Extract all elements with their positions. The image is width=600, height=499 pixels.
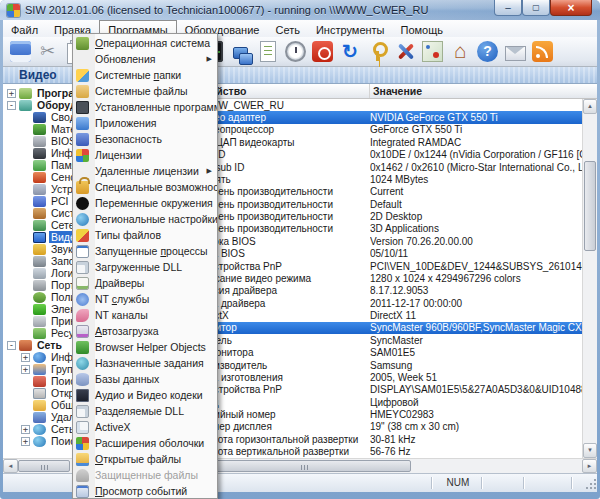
table-row[interactable]: Модель SyncMaster — [178, 334, 582, 346]
table-row[interactable]: PCI sub ID 0x1462 / 0x2610 (Micro-Star I… — [178, 161, 582, 173]
table-row[interactable]: Дата драйвера 2011-12-17 00:00:00 — [178, 297, 582, 309]
menu-item[interactable]: Переменные окружения ▶ — [73, 195, 217, 211]
expand-toggle-icon[interactable]: + — [21, 425, 30, 434]
vertical-scroll-thumb[interactable] — [584, 161, 596, 251]
menu-item[interactable]: ActiveX ▶ — [73, 419, 217, 435]
toolbar-button[interactable] — [36, 40, 60, 64]
scroll-up-icon[interactable]: ▲ — [583, 99, 597, 114]
table-row[interactable]: Описание видео режима 1280 x 1024 x 4294… — [178, 272, 582, 284]
table-row[interactable]: Уровень производительности Current — [178, 186, 582, 198]
toolbar-button[interactable] — [283, 40, 307, 64]
table-row[interactable]: ID монитора SAM01E5 — [178, 347, 582, 359]
toolbar-button[interactable] — [476, 40, 500, 64]
table-row[interactable]: Видео адаптер NVIDIA GeForce GTX 550 Ti — [178, 111, 582, 123]
column-header-value[interactable]: Значение — [370, 84, 597, 98]
table-row[interactable]: ID устройства PnP DISPLAY\SAM01E5\5&27A0… — [178, 384, 582, 396]
toolbar-button[interactable] — [311, 40, 335, 64]
toolbar-button[interactable] — [338, 40, 362, 64]
table-row[interactable]: Дата BIOS 05/10/11 — [178, 248, 582, 260]
menubar-item[interactable]: Сеть — [267, 20, 307, 37]
table-row[interactable]: Производитель Samsung — [178, 359, 582, 371]
table-row[interactable]: Частота вертикальной развертки 56-76 Hz — [178, 446, 582, 458]
scroll-right-icon[interactable]: ► — [582, 459, 597, 473]
expand-toggle-icon[interactable]: - — [7, 341, 16, 350]
table-row[interactable]: DirectX DirectX 11 — [178, 309, 582, 321]
table-row[interactable]: Строка BIOS Version 70.26.20.00.00 — [178, 235, 582, 247]
menu-item[interactable]: Загруженные DLL ▶ — [73, 259, 217, 275]
menu-item[interactable]: Системные папки ▶ — [73, 67, 217, 83]
menu-item[interactable]: Безопасность ▶ — [73, 131, 217, 147]
menu-item[interactable]: Защищенные файлы ▶ — [73, 467, 217, 483]
scroll-down-icon[interactable]: ▼ — [583, 443, 597, 458]
toolbar-button[interactable] — [8, 40, 32, 64]
menu-item[interactable]: Запущенные процессы ▶ — [73, 243, 217, 259]
menu-item[interactable]: Системные файлы ▶ — [73, 83, 217, 99]
toolbar-button[interactable] — [228, 40, 252, 64]
maximize-button[interactable] — [522, 0, 550, 16]
resize-grip[interactable] — [584, 479, 596, 491]
table-row[interactable]: \\WWW_CWER_RU — [178, 99, 582, 111]
menu-item[interactable]: Лицензии ▶ — [73, 147, 217, 163]
menubar-item[interactable]: Файл — [3, 20, 46, 37]
close-button[interactable] — [550, 0, 592, 16]
toolbar-button[interactable] — [531, 40, 555, 64]
table-row[interactable]: Частота горизонтальной развертки 30-81 k… — [178, 433, 582, 445]
expand-toggle-icon[interactable]: + — [21, 437, 30, 446]
toolbar-button[interactable] — [448, 40, 472, 64]
expand-toggle-icon[interactable]: + — [21, 365, 30, 374]
expand-toggle-icon[interactable]: + — [7, 89, 16, 98]
table-scroll-thumb[interactable] — [196, 460, 411, 472]
menu-item[interactable]: Типы файлов ▶ — [73, 227, 217, 243]
menu-item[interactable]: Обновления ▶ — [73, 51, 217, 67]
minimize-button[interactable] — [494, 0, 522, 16]
menu-item[interactable]: NT службы ▶ — [73, 291, 217, 307]
expand-toggle-icon[interactable]: + — [21, 353, 30, 362]
menu-item[interactable]: Просмотр событий ▶ — [73, 483, 217, 499]
table-row[interactable]: Тип ЦАП видеокарты Integrated RAMDAC — [178, 136, 582, 148]
table-row[interactable]: Размер дисплея 19" (38 cm x 30 cm) — [178, 421, 582, 433]
menu-item[interactable]: Установленные программы ▶ — [73, 99, 217, 115]
menubar-item[interactable]: Инструменты — [308, 20, 393, 37]
menu-item[interactable]: Региональные настройки ▶ — [73, 211, 217, 227]
menu-item[interactable]: NT каналы ▶ — [73, 307, 217, 323]
toolbar-button[interactable] — [256, 40, 280, 64]
menu-item[interactable]: Удаленные лицензии ▶ — [73, 163, 217, 179]
menu-item-icon — [76, 53, 89, 66]
table-row[interactable]: Видеопроцессор GeForce GTX 550 Ti — [178, 124, 582, 136]
expand-toggle-icon[interactable]: - — [7, 101, 16, 110]
menu-item[interactable]: Приложения ▶ — [73, 115, 217, 131]
menu-item[interactable]: Browser Helper Objects ▶ — [73, 339, 217, 355]
menu-item[interactable]: Автозагрузка ▶ — [73, 323, 217, 339]
table-row[interactable]: Монитор SyncMaster 960B/960BF,SyncMaster… — [178, 322, 582, 334]
table-row[interactable]: Уровень производительности 2D Desktop — [178, 210, 582, 222]
menu-item[interactable]: Операционная система ▶ — [73, 35, 217, 51]
table-row[interactable]: Уровень производительности Default — [178, 198, 582, 210]
table-row[interactable]: ID устройства PnP PCI\VEN_10DE&DEV_1244&… — [178, 260, 582, 272]
menu-item[interactable]: Драйверы ▶ — [73, 275, 217, 291]
scroll-left-icon[interactable]: ◄ — [3, 459, 18, 473]
cut-icon — [37, 41, 58, 62]
table-row[interactable]: Память 1024 MBytes — [178, 173, 582, 185]
menu-item[interactable]: Разделяемые DLL ▶ — [73, 403, 217, 419]
table-row[interactable]: Дата изготовления 2005, Week 51 — [178, 371, 582, 383]
table-row[interactable]: Версия драйвера 8.17.12.9053 — [178, 285, 582, 297]
menu-item[interactable]: Открытые файлы ▶ — [73, 451, 217, 467]
table-row[interactable]: Уровень производительности 3D Applicatio… — [178, 223, 582, 235]
toolbar-button[interactable] — [393, 40, 417, 64]
menu-item[interactable]: Специальные возможности ▶ — [73, 179, 217, 195]
tree-scroll-thumb[interactable] — [18, 460, 70, 472]
table-row[interactable]: Серийный номер HMEYC02983 — [178, 408, 582, 420]
table-row[interactable]: Вход Цифровой — [178, 396, 582, 408]
menu-item[interactable]: Расширения оболочки ▶ — [73, 435, 217, 451]
menubar-item[interactable]: Помощь — [393, 20, 452, 37]
toolbar-button[interactable] — [503, 40, 527, 64]
menu-item[interactable]: Назначенные задания ▶ — [73, 355, 217, 371]
menu-item[interactable]: Аудио и Видео кодеки ▶ — [73, 387, 217, 403]
toolbar-button[interactable] — [421, 40, 445, 64]
table-horizontal-scrollbar[interactable]: ◄ ► — [178, 458, 597, 473]
titlebar[interactable]: SIW 2012.01.06 (licensed to Technician10… — [0, 0, 600, 20]
toolbar-button[interactable] — [366, 40, 390, 64]
table-row[interactable]: PCI ID 0x10DE / 0x1244 (nVidia Corporati… — [178, 149, 582, 161]
menu-item[interactable]: Базы данных ▶ — [73, 371, 217, 387]
vertical-scrollbar[interactable]: ▲ ▼ — [582, 99, 597, 458]
